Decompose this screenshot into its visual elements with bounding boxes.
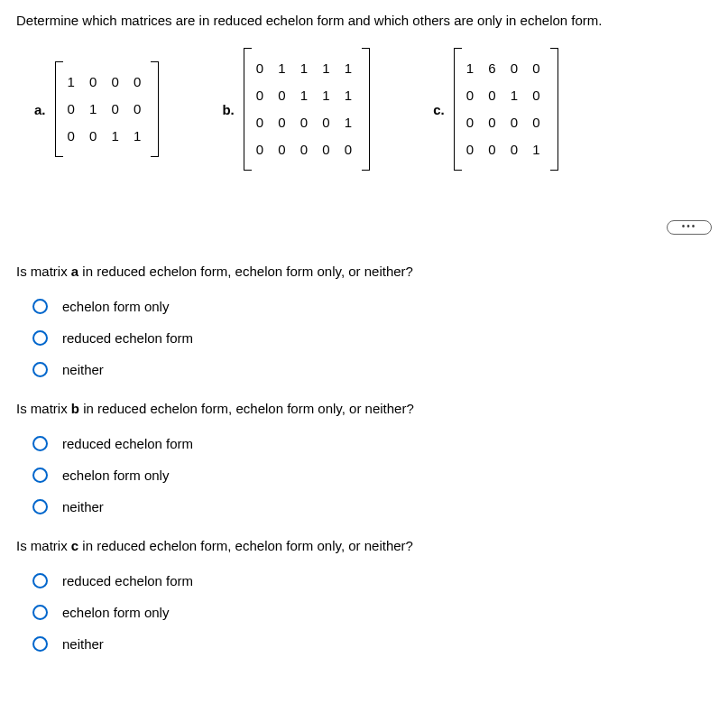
option-label: reduced echelon form	[62, 571, 193, 590]
qa-suffix: in reduced echelon form, echelon form on…	[78, 264, 413, 279]
radio-c-2[interactable]	[32, 636, 48, 652]
option-row: echelon form only	[32, 603, 712, 622]
qa-bold: a	[71, 264, 78, 279]
option-row: reduced echelon form	[32, 571, 712, 590]
option-label: neither	[62, 360, 104, 379]
matrix-b-content: 0 1 1 1 1 0 0 1 1 1 0 0 0 0 1 0 0 0 0 0	[256, 55, 357, 163]
option-label: echelon form only	[62, 297, 169, 316]
qb-suffix: in reduced echelon form, echelon form on…	[79, 401, 414, 416]
question-text-b: Is matrix b in reduced echelon form, ech…	[16, 399, 712, 418]
radio-a-2[interactable]	[32, 362, 48, 377]
matrix-b: 0 1 1 1 1 0 0 1 1 1 0 0 0 0 1 0 0 0 0 0	[244, 48, 370, 171]
matrix-label-c: c.	[433, 100, 445, 119]
qc-bold: c	[71, 538, 78, 553]
options-a: echelon form only reduced echelon form n…	[32, 297, 712, 379]
option-row: neither	[32, 497, 712, 516]
matrix-block-c: c. 1 6 0 0 0 0 1 0 0 0 0 0 0 0 0 1	[433, 48, 558, 171]
radio-b-2[interactable]	[32, 499, 48, 514]
problem-title: Determine which matrices are in reduced …	[16, 11, 712, 30]
qc-suffix: in reduced echelon form, echelon form on…	[78, 538, 413, 553]
option-label: echelon form only	[62, 603, 169, 622]
radio-b-0[interactable]	[32, 436, 48, 451]
option-row: neither	[32, 635, 712, 653]
radio-c-0[interactable]	[32, 573, 48, 588]
radio-b-1[interactable]	[32, 468, 48, 483]
matrix-c: 1 6 0 0 0 0 1 0 0 0 0 0 0 0 0 1	[454, 48, 558, 171]
matrix-block-a: a. 1 0 0 0 0 1 0 0 0 0 1 1	[34, 61, 159, 157]
matrix-c-content: 1 6 0 0 0 0 1 0 0 0 0 0 0 0 0 1	[466, 55, 546, 163]
qa-prefix: Is matrix	[16, 264, 71, 279]
matrix-label-a: a.	[34, 100, 46, 119]
matrices-row: a. 1 0 0 0 0 1 0 0 0 0 1 1 b. 0 1 1 1 1 …	[34, 48, 712, 171]
question-block-a: Is matrix a in reduced echelon form, ech…	[16, 262, 712, 379]
option-row: reduced echelon form	[32, 329, 712, 347]
options-b: reduced echelon form echelon form only n…	[32, 434, 712, 516]
matrix-block-b: b. 0 1 1 1 1 0 0 1 1 1 0 0 0 0 1 0 0 0 0…	[222, 48, 370, 171]
more-button[interactable]: •••	[667, 220, 712, 235]
option-label: reduced echelon form	[62, 434, 193, 453]
question-text-c: Is matrix c in reduced echelon form, ech…	[16, 536, 712, 555]
options-c: reduced echelon form echelon form only n…	[32, 571, 712, 653]
radio-a-0[interactable]	[32, 299, 48, 314]
option-row: reduced echelon form	[32, 434, 712, 453]
qc-prefix: Is matrix	[16, 538, 71, 553]
question-block-b: Is matrix b in reduced echelon form, ech…	[16, 399, 712, 516]
qb-bold: b	[71, 401, 79, 416]
option-label: neither	[62, 497, 104, 516]
matrix-a: 1 0 0 0 0 1 0 0 0 0 1 1	[55, 61, 160, 157]
matrix-label-b: b.	[222, 100, 234, 119]
option-label: reduced echelon form	[62, 329, 193, 347]
qb-prefix: Is matrix	[16, 401, 71, 416]
option-row: neither	[32, 360, 712, 379]
question-text-a: Is matrix a in reduced echelon form, ech…	[16, 262, 712, 281]
more-container: •••	[16, 220, 712, 235]
radio-a-1[interactable]	[32, 330, 48, 346]
question-block-c: Is matrix c in reduced echelon form, ech…	[16, 536, 712, 653]
radio-c-1[interactable]	[32, 605, 48, 620]
matrix-a-content: 1 0 0 0 0 1 0 0 0 0 1 1	[68, 69, 147, 150]
option-row: echelon form only	[32, 466, 712, 485]
option-label: echelon form only	[62, 466, 169, 485]
option-label: neither	[62, 635, 104, 653]
option-row: echelon form only	[32, 297, 712, 316]
